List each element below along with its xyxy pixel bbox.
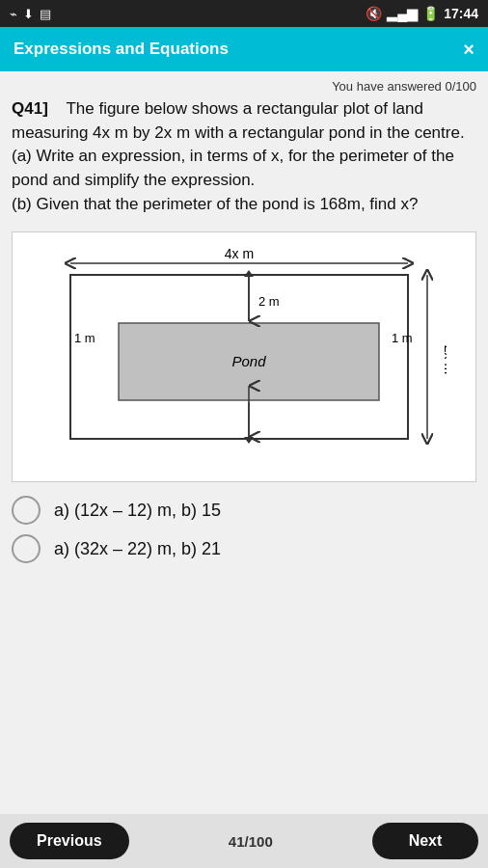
previous-button[interactable]: Previous (10, 823, 129, 859)
svg-text:Pond: Pond (231, 353, 266, 369)
mute-icon: 🔇 (366, 6, 382, 21)
next-button[interactable]: Next (372, 823, 478, 859)
question-part-a: (a) Write an expression, in terms of x, … (12, 147, 454, 189)
svg-text:2x m: 2x m (442, 345, 447, 374)
svg-text:1 m: 1 m (74, 331, 95, 345)
download-icon: ⬇ (23, 7, 34, 21)
file-icon: ▤ (40, 7, 51, 21)
diagram-container: 4x m 2x m Pond 2 m 1 m 1 m (12, 231, 476, 482)
answer-label-0: a) (12x – 12) m, b) 15 (54, 501, 221, 521)
content-area: You have answered 0/100 Q41] The figure … (0, 71, 488, 814)
page-indicator: 41/100 (229, 833, 273, 850)
svg-marker-16 (244, 270, 254, 277)
title-bar: Expressions and Equations × (0, 27, 488, 71)
status-left-icons: ⌁ ⬇ ▤ (10, 7, 51, 21)
question-number: Q41] (12, 99, 48, 118)
status-bar: ⌁ ⬇ ▤ 🔇 ▂▄▆ 🔋 17:44 (0, 0, 488, 27)
answered-text: You have answered 0/100 (12, 79, 476, 94)
question-text: Q41] The figure below shows a rectangula… (12, 97, 476, 216)
svg-text:2 m: 2 m (258, 294, 280, 309)
usb-icon: ⌁ (10, 7, 17, 21)
answer-option-1[interactable]: a) (32x – 22) m, b) 21 (12, 534, 476, 563)
answer-label-1: a) (32x – 22) m, b) 21 (54, 539, 221, 559)
signal-icon: ▂▄▆ (387, 6, 418, 21)
svg-marker-15 (244, 437, 254, 444)
answer-option-0[interactable]: a) (12x – 12) m, b) 15 (12, 496, 476, 525)
status-right-icons: 🔇 ▂▄▆ 🔋 17:44 (366, 6, 478, 21)
svg-text:1 m: 1 m (392, 331, 413, 345)
question-part-b: (b) Given that the perimeter of the pond… (12, 195, 418, 213)
clock: 17:44 (444, 6, 478, 21)
radio-button-1[interactable] (12, 534, 41, 563)
battery-icon: 🔋 (422, 6, 439, 21)
diagram-svg: 4x m 2x m Pond 2 m 1 m 1 m (41, 246, 447, 468)
close-button[interactable]: × (463, 39, 474, 61)
question-main: The figure below shows a rectangular plo… (12, 99, 465, 142)
radio-button-0[interactable] (12, 496, 41, 525)
svg-text:4x m: 4x m (225, 246, 254, 261)
bottom-bar: Previous 41/100 Next (0, 814, 488, 868)
title-bar-text: Expressions and Equations (14, 40, 229, 59)
